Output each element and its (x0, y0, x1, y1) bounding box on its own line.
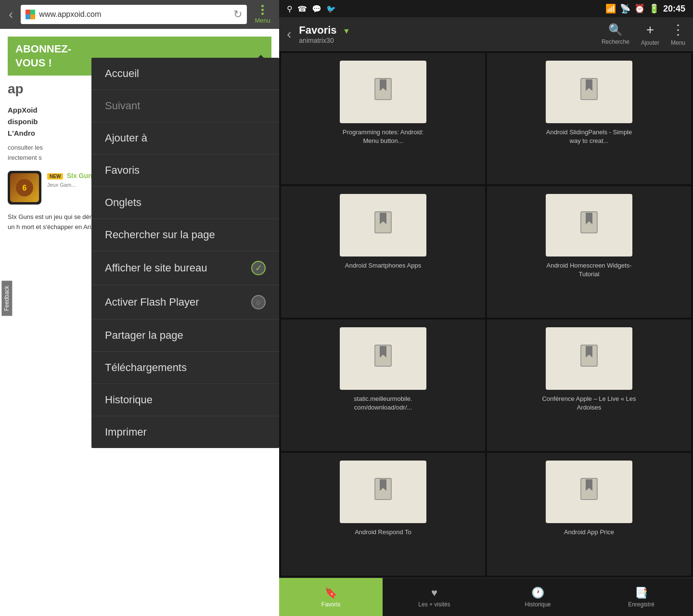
fav-item-1[interactable]: Programming notes: Android: Menu button.… (281, 53, 485, 184)
address-bar[interactable]: www.appxoid.com ↻ (21, 5, 247, 24)
fav-label-8: Android App Price (564, 528, 614, 537)
bottom-navigation: 🔖 Favoris ♥ Les + visités 🕐 Historique 📑… (279, 578, 693, 616)
favoris-nav-icon: 🔖 (324, 587, 337, 599)
browser-back-button[interactable]: ‹ (5, 5, 17, 24)
fav-item-6[interactable]: Conférence Apple – Le Live « Les Ardoise… (487, 320, 691, 451)
menu-item-rechercher[interactable]: Rechercher sur la page (91, 219, 279, 251)
nav-historique[interactable]: 🕐 Historique (486, 578, 590, 616)
favorites-panel: ⚲ ☎ 💬 🐦 📶 📡 ⏰ 🔋 20:45 ‹ Favoris ▼ animat… (279, 0, 693, 616)
fav-label-6: Conférence Apple – Le Live « Les Ardoise… (541, 395, 637, 412)
fav-thumb-4 (546, 194, 632, 257)
site-favicon (26, 10, 35, 19)
overflow-menu-icon: ⋮ (671, 22, 685, 38)
fav-thumb-1 (340, 61, 426, 123)
nav-favoris[interactable]: 🔖 Favoris (279, 578, 383, 616)
fav-item-8[interactable]: Android App Price (487, 453, 691, 576)
svg-rect-2 (26, 14, 30, 19)
status-bar: ⚲ ☎ 💬 🐦 📶 📡 ⏰ 🔋 20:45 (279, 0, 693, 17)
favorites-actions: 🔍 Recherche + Ajouter ⋮ Menu (602, 22, 685, 46)
visites-nav-icon: ♥ (431, 587, 437, 599)
menu-item-telechargements[interactable]: Téléchargements (91, 352, 279, 384)
fav-item-4[interactable]: Android Homescreen Widgets- Tutorial (487, 186, 691, 318)
nav-enregistre[interactable]: 📑 Enregistré (590, 578, 693, 616)
fav-item-2[interactable]: Android SlidingPanels - Simple way to cr… (487, 53, 691, 184)
activer-toggle-icon: ○ (251, 295, 266, 309)
menu-item-onglets[interactable]: Onglets (91, 187, 279, 219)
favorites-subtitle: animatrix30 (299, 37, 350, 44)
status-icons-right: 📶 📡 ⏰ 🔋 20:45 (605, 3, 685, 14)
search-label: Recherche (602, 38, 629, 45)
fav-thumb-5 (340, 327, 426, 390)
fav-item-5[interactable]: static.meilleurmobile. com/download/odr/… (281, 320, 485, 451)
favorites-title: Favoris (299, 24, 336, 36)
status-icons-left: ⚲ ☎ 💬 🐦 (287, 4, 336, 13)
nav-visites[interactable]: ♥ Les + visités (383, 578, 486, 616)
menu-item-suivant[interactable]: Suivant (91, 90, 279, 122)
refresh-button[interactable]: ↻ (233, 8, 242, 21)
game-icon-inner: 6 (10, 173, 39, 202)
svg-text:6: 6 (23, 184, 27, 192)
fav-label-2: Android SlidingPanels - Simple way to cr… (541, 128, 637, 145)
bookmark-thumbnail-icon (371, 77, 395, 106)
enregistre-nav-label: Enregistré (628, 601, 654, 608)
add-icon: + (646, 22, 654, 38)
menu-item-activer[interactable]: Activer Flash Player ○ (91, 285, 279, 320)
bookmark-thumbnail-icon (577, 211, 601, 240)
fav-thumb-2 (546, 61, 632, 123)
search-icon: 🔍 (608, 23, 623, 37)
fav-label-5: static.meilleurmobile. com/download/odr/… (335, 395, 431, 412)
favoris-nav-label: Favoris (321, 601, 340, 608)
fav-thumb-3 (340, 194, 426, 257)
browser-dropdown-menu: Accueil Suivant Ajouter à Favoris Onglet… (91, 58, 279, 448)
menu-item-favoris[interactable]: Favoris (91, 154, 279, 187)
battery-icon: 🔋 (649, 3, 659, 14)
menu-item-partager[interactable]: Partager la page (91, 320, 279, 352)
search-action[interactable]: 🔍 Recherche (602, 23, 629, 45)
browser-top-bar: ‹ www.appxoid.com ↻ Menu (0, 0, 279, 29)
fav-label-4: Android Homescreen Widgets- Tutorial (541, 261, 637, 279)
add-action[interactable]: + Ajouter (641, 22, 659, 46)
favorites-dropdown-arrow[interactable]: ▼ (343, 27, 350, 35)
menu-item-accueil[interactable]: Accueil (91, 58, 279, 90)
game-icon: 6 (8, 171, 41, 205)
bookmark-thumbnail-icon (577, 477, 601, 506)
afficher-toggle-icon: ✓ (251, 261, 266, 275)
menu-item-ajouter[interactable]: Ajouter à (91, 122, 279, 154)
historique-nav-icon: 🕐 (531, 587, 544, 599)
visites-nav-label: Les + visités (418, 601, 450, 608)
add-label: Ajouter (641, 39, 659, 46)
favorites-grid: Programming notes: Android: Menu button.… (279, 51, 693, 578)
enregistre-nav-icon: 📑 (635, 587, 648, 599)
menu-triangle (256, 55, 266, 60)
fav-label-3: Android Smartphones Apps (345, 261, 421, 270)
new-badge: NEW (47, 173, 63, 180)
status-time: 20:45 (663, 4, 685, 14)
six-guns-logo-icon: 6 (15, 178, 34, 197)
menu-button[interactable]: Menu (251, 3, 274, 26)
fav-item-3[interactable]: Android Smartphones Apps (281, 186, 485, 318)
favorites-back-button[interactable]: ‹ (287, 26, 291, 42)
fav-thumb-8 (546, 461, 632, 523)
menu-item-afficher[interactable]: Afficher le site bureau ✓ (91, 251, 279, 285)
fav-thumb-6 (546, 327, 632, 390)
chat-icon: 💬 (312, 4, 321, 13)
url-text: www.appxoid.com (39, 10, 230, 19)
menu-action-label: Menu (671, 39, 685, 46)
favorites-title-area: Favoris ▼ animatrix30 (299, 24, 594, 44)
menu-action[interactable]: ⋮ Menu (671, 22, 685, 46)
svg-rect-0 (26, 10, 30, 14)
fav-label-7: Android Respond To (355, 528, 411, 537)
browser-panel: ‹ www.appxoid.com ↻ Menu ABONNEZ- (0, 0, 279, 616)
svg-rect-1 (30, 10, 35, 14)
alarm-icon: ⏰ (634, 3, 645, 14)
menu-item-imprimer[interactable]: Imprimer (91, 416, 279, 448)
usb-icon: ⚲ (287, 4, 293, 13)
feedback-tab[interactable]: Feedback (1, 281, 12, 316)
menu-item-historique[interactable]: Historique (91, 384, 279, 416)
wifi-icon: 📶 (605, 3, 616, 14)
fav-item-7[interactable]: Android Respond To (281, 453, 485, 576)
bookmark-thumbnail-icon (371, 344, 395, 373)
bookmark-thumbnail-icon (371, 211, 395, 240)
favorites-title-block: Favoris ▼ animatrix30 (299, 24, 350, 44)
bookmark-thumbnail-icon (371, 477, 395, 506)
